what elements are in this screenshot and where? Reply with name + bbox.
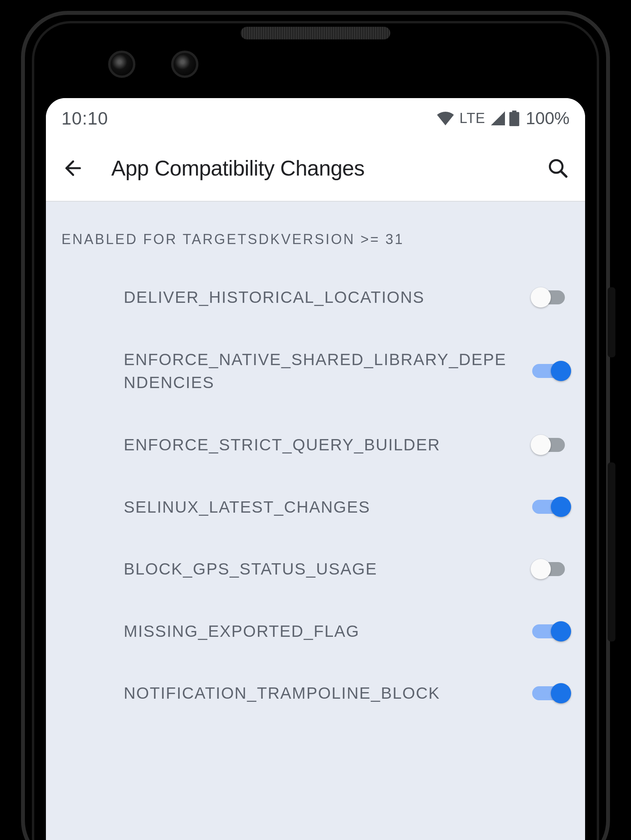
toggle-switch[interactable] xyxy=(532,621,570,641)
cellular-icon xyxy=(491,111,505,125)
phone-speaker xyxy=(240,26,391,40)
toggle-switch[interactable] xyxy=(532,559,570,579)
phone-volume-rocker xyxy=(608,462,615,641)
toggle-list: DELIVER_HISTORICAL_LOCATIONSENFORCE_NATI… xyxy=(46,266,585,724)
toggle-label: BLOCK_GPS_STATUS_USAGE xyxy=(124,557,532,581)
toggle-row[interactable]: MISSING_EXPORTED_FLAG xyxy=(46,600,585,663)
content: ENABLED FOR TARGETSDKVERSION >= 31 DELIV… xyxy=(46,202,585,724)
toggle-switch[interactable] xyxy=(532,683,570,703)
page-title: App Compatibility Changes xyxy=(111,156,365,181)
toggle-row[interactable]: NOTIFICATION_TRAMPOLINE_BLOCK xyxy=(46,662,585,724)
back-button[interactable] xyxy=(61,156,85,180)
search-button[interactable] xyxy=(546,156,570,180)
battery-icon xyxy=(509,111,519,126)
toggle-row[interactable]: ENFORCE_NATIVE_SHARED_LIBRARY_DEPENDENCI… xyxy=(46,329,585,414)
toggle-label: NOTIFICATION_TRAMPOLINE_BLOCK xyxy=(124,682,532,705)
toggle-label: ENFORCE_NATIVE_SHARED_LIBRARY_DEPENDENCI… xyxy=(124,348,532,394)
toggle-switch[interactable] xyxy=(532,361,570,381)
toggle-switch[interactable] xyxy=(532,435,570,455)
toggle-row[interactable]: ENFORCE_STRICT_QUERY_BUILDER xyxy=(46,414,585,476)
toggle-label: SELINUX_LATEST_CHANGES xyxy=(124,496,532,519)
svg-line-1 xyxy=(561,172,566,177)
toggle-switch[interactable] xyxy=(532,497,570,517)
screen: 10:10 LTE 100% App Compatibility Changes… xyxy=(46,98,585,840)
app-header: App Compatibility Changes xyxy=(46,135,585,202)
status-time: 10:10 xyxy=(61,108,108,129)
battery-pct: 100% xyxy=(526,109,570,128)
arrow-left-icon xyxy=(63,158,83,178)
toggle-label: ENFORCE_STRICT_QUERY_BUILDER xyxy=(124,433,532,457)
toggle-row[interactable]: SELINUX_LATEST_CHANGES xyxy=(46,476,585,538)
phone-side-button xyxy=(608,287,615,357)
phone-sensor xyxy=(373,58,389,74)
toggle-row[interactable]: BLOCK_GPS_STATUS_USAGE xyxy=(46,538,585,600)
toggle-label: DELIVER_HISTORICAL_LOCATIONS xyxy=(124,286,532,309)
toggle-row[interactable]: DELIVER_HISTORICAL_LOCATIONS xyxy=(46,266,585,329)
toggle-label: MISSING_EXPORTED_FLAG xyxy=(124,620,532,643)
wifi-icon xyxy=(437,111,454,125)
network-label: LTE xyxy=(459,110,485,127)
status-bar: 10:10 LTE 100% xyxy=(46,98,585,135)
phone-camera xyxy=(108,51,135,78)
toggle-switch[interactable] xyxy=(532,287,570,308)
section-header: ENABLED FOR TARGETSDKVERSION >= 31 xyxy=(46,220,585,266)
phone-camera xyxy=(171,51,198,78)
status-icons: LTE 100% xyxy=(437,109,570,128)
search-icon xyxy=(548,158,568,178)
